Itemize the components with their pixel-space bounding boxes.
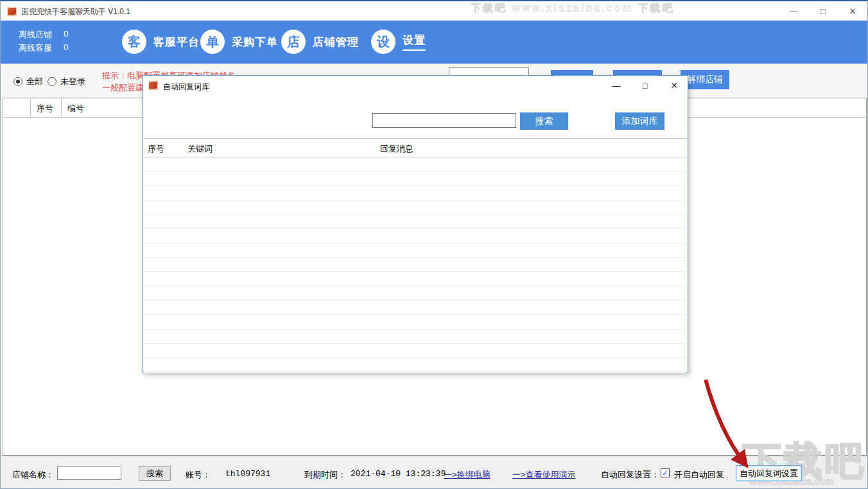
nav-item-settings[interactable]: 设 设置 [371,30,426,54]
dialog-icon [148,80,158,90]
title-bar: 面兜兜快手客服聊天助手 V1.0.1 — □ ✕ [1,1,867,21]
app-window: 面兜兜快手客服聊天助手 V1.0.1 — □ ✕ 下载吧 www.xiazaib… [0,0,868,489]
offline-agents-value: 0 [64,42,68,52]
shop-name-label: 店铺名称： [12,469,54,481]
lexicon-table-body [144,157,687,373]
nav-label-purchase-order: 采购下单 [232,35,278,49]
nav-item-purchase-order[interactable]: 单 采购下单 [200,30,278,54]
lexicon-col-seq: 序号 [148,143,164,155]
minimize-button[interactable]: — [779,1,808,21]
shops-col-seq: 序号 [37,103,53,114]
lexicon-table-header: 序号 关键词 回复消息 [144,139,687,157]
maximize-button[interactable]: □ [809,1,837,21]
auto-reply-lexicon-dialog: 自动回复词库 — □ ✕ 搜索 添加词库 序号 关键词 回复消息 [143,75,688,373]
lexicon-col-reply: 回复消息 [380,143,413,155]
dialog-title: 自动回复词库 [163,82,209,93]
maximize-icon: □ [820,6,826,16]
lexicon-table: 序号 关键词 回复消息 [144,138,687,372]
shop-management-icon: 店 [281,30,306,54]
toolbar: 离线店铺 0 离线客服 0 客 客服平台 单 采购下单 店 店铺管理 设 设置 [1,21,867,64]
view-demo-link[interactable]: 一>查看使用演示 [512,469,576,481]
dialog-minimize-button[interactable]: — [605,76,627,95]
keyword-search-input[interactable] [372,113,516,128]
expire-time-value: 2021-04-10 13:23:39 [351,469,446,479]
maximize-icon: □ [643,81,648,91]
auto-reply-checkbox-label[interactable]: 开启自动回复 [674,469,724,481]
column-divider [61,98,62,117]
settings-icon: 设 [371,30,395,54]
config-hint-line2: 一般配置建 [102,82,144,94]
radio-all-label: 全部 [26,76,43,87]
dialog-maximize-button[interactable]: □ [634,76,656,95]
minimize-icon: — [612,81,621,91]
shops-col-id: 编号 [67,103,84,114]
offline-agents-label: 离线客服 [19,42,52,54]
radio-selected-icon [13,77,22,86]
dialog-title-bar: 自动回复词库 — □ ✕ [143,76,688,95]
radio-all[interactable]: 全部 [13,76,43,87]
window-title: 面兜兜快手客服聊天助手 V1.0.1 [21,6,130,17]
close-button[interactable]: ✕ [838,1,867,21]
shop-name-input[interactable] [57,467,121,480]
nav-label-service-platform: 客服平台 [153,35,200,49]
dialog-search-button[interactable]: 搜索 [520,112,568,130]
radio-not-logged-in[interactable]: 未登录 [48,76,85,87]
close-icon: ✕ [849,6,856,16]
add-lexicon-button[interactable]: 添加词库 [615,112,664,130]
nav-item-service-platform[interactable]: 客 客服平台 [122,30,200,54]
nav-label-shop-management: 店铺管理 [313,35,359,49]
auto-reply-settings-label: 自动回复设置： [601,469,659,481]
column-divider [30,98,31,117]
expire-time-label: 到期时间： [304,469,346,481]
close-icon: ✕ [670,80,678,91]
radio-unselected-icon [48,77,56,86]
auto-reply-checkbox[interactable] [661,468,670,477]
status-search-button[interactable]: 搜索 [139,466,171,481]
app-icon [7,6,17,16]
nav-label-settings: 设置 [403,33,426,51]
account-value: thl097931 [225,469,270,479]
offline-shops-value: 0 [64,29,68,39]
nav-item-shop-management[interactable]: 店 店铺管理 [281,30,359,54]
rebind-computer-link[interactable]: 一>换绑电脑 [444,469,490,481]
purchase-order-icon: 单 [200,30,225,54]
offline-shops-label: 离线店铺 [19,29,52,40]
auto-reply-words-settings-button[interactable]: 自动回复词设置 [736,465,802,481]
lexicon-col-keyword: 关键词 [187,143,213,155]
dialog-close-button[interactable]: ✕ [663,76,685,95]
service-platform-icon: 客 [122,30,146,54]
minimize-icon: — [790,6,798,16]
radio-not-logged-label: 未登录 [60,76,85,87]
status-bar-content: 店铺名称： 搜索 账号： thl097931 到期时间： 2021-04-10 … [1,456,868,489]
account-label: 账号： [186,469,211,481]
